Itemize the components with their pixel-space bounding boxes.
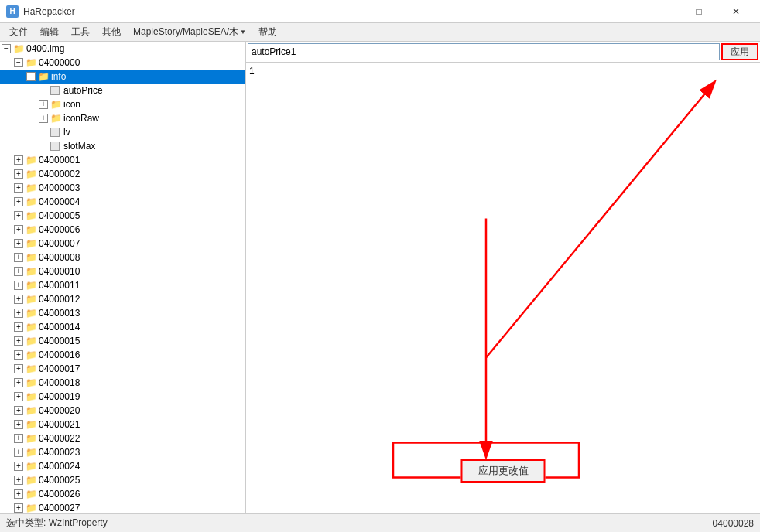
tree-icon-n1_info_lv — [50, 126, 62, 138]
tree-item-n12[interactable]: +📁04000012 — [0, 292, 245, 306]
tree-toggle-n4[interactable]: + — [12, 182, 25, 194]
tree-toggle-n13[interactable]: + — [12, 307, 25, 319]
tree-item-n17[interactable]: +📁04000017 — [0, 362, 245, 376]
tree-label-n5: 04000004 — [39, 196, 80, 207]
maximize-button[interactable]: □ — [681, 0, 717, 23]
menu-maple[interactable]: MapleStory/MapleSEA/木 ▼ — [127, 23, 252, 41]
tree-icon-n21: 📁 — [25, 418, 37, 431]
tree-toggle-n24[interactable]: + — [12, 460, 25, 472]
minimize-button[interactable]: ─ — [644, 0, 680, 23]
menu-tools[interactable]: 工具 — [65, 23, 96, 41]
close-button[interactable]: ✕ — [718, 0, 754, 23]
tree-item-n24[interactable]: +📁04000024 — [0, 459, 245, 473]
tree-item-n20[interactable]: +📁04000020 — [0, 404, 245, 418]
tree-item-root[interactable]: −📁0400.img — [0, 42, 245, 56]
tree-item-n4[interactable]: +📁04000003 — [0, 181, 245, 195]
dropdown-icon: ▼ — [240, 29, 246, 36]
tree-item-n25[interactable]: +📁04000025 — [0, 473, 245, 487]
tree-toggle-n11[interactable]: + — [12, 279, 25, 292]
tree-item-n22[interactable]: +📁04000022 — [0, 431, 245, 445]
tree-item-n19[interactable]: +📁04000019 — [0, 390, 245, 404]
tree-item-n1[interactable]: −📁04000000 — [0, 56, 245, 70]
menu-other[interactable]: 其他 — [96, 23, 127, 41]
tree-icon-n12: 📁 — [25, 293, 37, 305]
tree-item-n21[interactable]: +📁04000021 — [0, 418, 245, 431]
tree-toggle-n23[interactable]: + — [12, 446, 25, 459]
tree-toggle-n14[interactable]: + — [12, 321, 25, 333]
tree-item-n5[interactable]: +📁04000004 — [0, 195, 245, 209]
tree-toggle-n27[interactable]: + — [12, 502, 25, 513]
tree-item-n8[interactable]: +📁04000007 — [0, 237, 245, 251]
center-apply-wrapper: 应用更改值 — [461, 459, 546, 483]
tree-item-n11[interactable]: +📁04000011 — [0, 278, 245, 292]
tree-toggle-n8[interactable]: + — [12, 237, 25, 250]
tree-item-n1_info_slotMax[interactable]: slotMax — [0, 139, 245, 153]
center-apply-button[interactable]: 应用更改值 — [461, 459, 546, 483]
tree-item-n1_info_auto[interactable]: autoPrice — [0, 84, 245, 97]
tree-item-n1_info[interactable]: −📁info — [0, 70, 245, 84]
tree-toggle-n19[interactable]: + — [12, 390, 25, 403]
selected-type-label: 选中类型: WzIntProperty — [6, 517, 108, 530]
tree-item-n26[interactable]: +📁04000026 — [0, 487, 245, 501]
tree-toggle-n22[interactable]: + — [12, 432, 25, 445]
tree-label-n15: 04000015 — [39, 336, 80, 346]
tree-toggle-n1_info_lv — [37, 126, 50, 138]
tree-icon-n1: 📁 — [25, 56, 37, 69]
tree-label-n20: 04000020 — [39, 405, 80, 416]
tree-toggle-n5[interactable]: + — [12, 196, 25, 208]
value-area: 1 — [246, 63, 760, 513]
menu-edit[interactable]: 编辑 — [34, 23, 65, 41]
tree-item-n1_info_icon[interactable]: +📁icon — [0, 97, 245, 111]
tree-toggle-n20[interactable]: + — [12, 404, 25, 417]
tree-toggle-n1_info_icon[interactable]: + — [37, 98, 50, 111]
svg-line-2 — [486, 87, 710, 358]
tree-toggle-n3[interactable]: + — [12, 168, 25, 180]
tree-toggle-n9[interactable]: + — [12, 251, 25, 264]
tree-item-n15[interactable]: +📁04000015 — [0, 334, 245, 348]
tree-icon-n1_info_icon: 📁 — [50, 98, 62, 111]
tree-item-n10[interactable]: +📁04000010 — [0, 264, 245, 278]
tree-toggle-n18[interactable]: + — [12, 377, 25, 389]
tree-label-n1_info_icon: icon — [63, 99, 80, 110]
tree-item-n9[interactable]: +📁04000008 — [0, 251, 245, 264]
tree-toggle-n15[interactable]: + — [12, 335, 25, 347]
tree-toggle-n16[interactable]: + — [12, 349, 25, 361]
tree-item-n14[interactable]: +📁04000014 — [0, 320, 245, 334]
tree-label-n24: 04000024 — [39, 461, 80, 472]
tree-icon-n24: 📁 — [25, 460, 37, 472]
tree-toggle-n2[interactable]: + — [12, 154, 25, 166]
tree-item-n16[interactable]: +📁04000016 — [0, 348, 245, 362]
tree-item-n6[interactable]: +📁04000005 — [0, 209, 245, 223]
tree-toggle-n1[interactable]: − — [12, 56, 25, 69]
tree-item-n1_info_iconRaw[interactable]: +📁iconRaw — [0, 111, 245, 125]
tree-item-n3[interactable]: +📁04000002 — [0, 167, 245, 181]
tree-toggle-n17[interactable]: + — [12, 363, 25, 375]
tree-scroll[interactable]: −📁0400.img−📁04000000−📁infoautoPrice+📁ico… — [0, 42, 245, 513]
tree-toggle-n21[interactable]: + — [12, 418, 25, 431]
tree-toggle-n26[interactable]: + — [12, 488, 25, 500]
apply-button[interactable]: 应用 — [721, 43, 758, 60]
tree-item-n27[interactable]: +📁04000027 — [0, 501, 245, 513]
tree-toggle-n12[interactable]: + — [12, 293, 25, 305]
tree-toggle-n7[interactable]: + — [12, 223, 25, 236]
tree-label-n17: 04000017 — [39, 363, 80, 374]
tree-item-n7[interactable]: +📁04000006 — [0, 223, 245, 237]
tree-toggle-n1_info[interactable]: − — [25, 70, 37, 83]
property-name-input[interactable] — [248, 43, 720, 60]
menu-file[interactable]: 文件 — [3, 23, 34, 41]
menu-bar: 文件 编辑 工具 其他 MapleStory/MapleSEA/木 ▼ 帮助 — [0, 23, 760, 42]
tree-icon-n15: 📁 — [25, 335, 37, 347]
tree-label-n1_info_auto: autoPrice — [63, 85, 103, 96]
tree-toggle-n10[interactable]: + — [12, 265, 25, 278]
tree-item-n23[interactable]: +📁04000023 — [0, 445, 245, 459]
tree-item-n13[interactable]: +📁04000013 — [0, 306, 245, 320]
tree-toggle-n25[interactable]: + — [12, 474, 25, 486]
tree-item-n2[interactable]: +📁04000001 — [0, 153, 245, 167]
tree-toggle-root[interactable]: − — [0, 43, 12, 55]
menu-help[interactable]: 帮助 — [252, 23, 283, 41]
tree-item-n18[interactable]: +📁04000018 — [0, 376, 245, 390]
tree-item-n1_info_lv[interactable]: lv — [0, 125, 245, 139]
tree-icon-n20: 📁 — [25, 404, 37, 417]
tree-toggle-n6[interactable]: + — [12, 210, 25, 222]
tree-toggle-n1_info_iconRaw[interactable]: + — [37, 112, 50, 124]
